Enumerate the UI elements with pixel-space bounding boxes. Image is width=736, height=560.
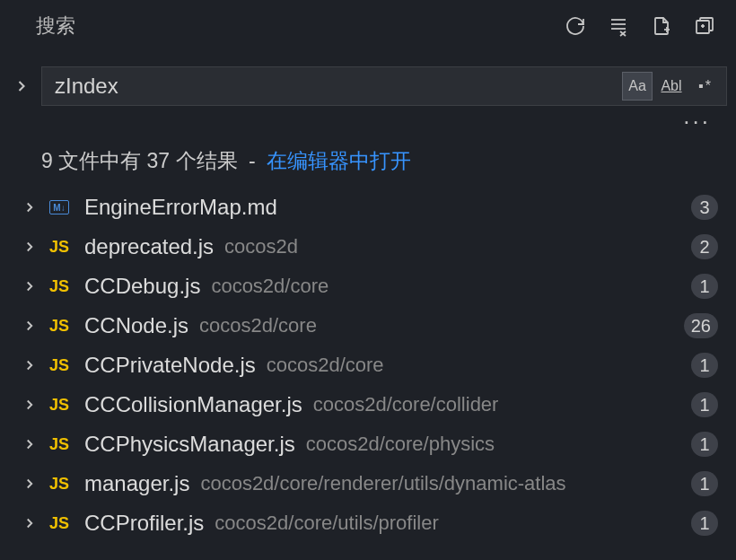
result-row[interactable]: JSCCProfiler.jscocos2d/core/utils/profil… xyxy=(0,503,736,543)
match-count-badge: 2 xyxy=(691,234,718,259)
chevron-right-icon xyxy=(22,357,39,373)
md-file-icon: M↓ xyxy=(43,200,75,214)
chevron-right-icon xyxy=(22,199,39,215)
summary-dash: - xyxy=(249,149,256,172)
search-row: Aa Abl ▪* xyxy=(0,52,736,111)
open-editors-icon[interactable] xyxy=(691,13,718,39)
search-options: Aa Abl ▪* xyxy=(622,72,721,101)
chevron-right-icon xyxy=(22,278,39,294)
chevron-right-icon xyxy=(22,515,39,531)
result-row[interactable]: JSCCDebug.jscocos2d/core1 xyxy=(0,267,736,306)
js-file-icon: JS xyxy=(43,317,75,336)
js-file-icon: JS xyxy=(43,396,75,415)
match-count-badge: 1 xyxy=(691,274,718,299)
search-input[interactable] xyxy=(55,74,622,99)
results-summary: 9 文件中有 37 个结果 - 在编辑器中打开 xyxy=(0,131,736,188)
match-count-badge: 1 xyxy=(691,353,718,378)
result-row[interactable]: JSCCNode.jscocos2d/core26 xyxy=(0,306,736,346)
panel-title: 搜索 xyxy=(36,13,75,39)
js-file-icon: JS xyxy=(43,435,75,454)
js-file-icon: JS xyxy=(43,475,75,494)
clear-search-icon[interactable] xyxy=(605,13,632,39)
results-count-text: 9 文件中有 37 个结果 xyxy=(41,149,238,172)
file-path: cocos2d/core/renderer/utils/dynamic-atla… xyxy=(200,472,565,495)
file-name: CCCollisionManager.js xyxy=(84,392,302,417)
match-count-badge: 1 xyxy=(691,432,718,457)
result-row[interactable]: JSCCPrivateNode.jscocos2d/core1 xyxy=(0,346,736,385)
header-actions xyxy=(562,13,718,39)
chevron-right-icon xyxy=(22,476,39,492)
file-name: CCDebug.js xyxy=(84,274,200,299)
match-count-badge: 26 xyxy=(684,313,718,338)
refresh-icon[interactable] xyxy=(562,13,589,39)
result-row[interactable]: JSdeprecated.jscocos2d2 xyxy=(0,227,736,267)
file-path: cocos2d xyxy=(224,235,298,258)
file-name: CCProfiler.js xyxy=(84,511,204,536)
search-input-wrap: Aa Abl ▪* xyxy=(41,66,727,106)
file-name: CCPrivateNode.js xyxy=(84,353,256,378)
match-case-toggle[interactable]: Aa xyxy=(622,72,653,101)
file-name: CCNode.js xyxy=(84,313,188,338)
file-name: deprecated.js xyxy=(84,234,214,259)
js-file-icon: JS xyxy=(43,356,75,375)
file-path: cocos2d/core xyxy=(199,314,317,337)
file-name: EngineErrorMap.md xyxy=(84,195,277,220)
results-list: M↓EngineErrorMap.md3JSdeprecated.jscocos… xyxy=(0,188,736,550)
result-row[interactable]: M↓EngineErrorMap.md3 xyxy=(0,188,736,227)
whole-word-toggle[interactable]: Abl xyxy=(656,72,687,101)
file-path: cocos2d/core xyxy=(211,275,329,298)
toggle-replace-icon[interactable] xyxy=(9,66,34,106)
chevron-right-icon xyxy=(22,318,39,334)
new-file-icon[interactable] xyxy=(648,13,675,39)
file-path: cocos2d/core/collider xyxy=(313,393,499,416)
file-path: cocos2d/core/utils/profiler xyxy=(215,512,438,535)
match-count-badge: 3 xyxy=(691,195,718,220)
file-path: cocos2d/core/physics xyxy=(306,433,495,456)
chevron-right-icon xyxy=(22,436,39,452)
js-file-icon: JS xyxy=(43,238,75,257)
match-count-badge: 1 xyxy=(691,471,718,496)
ellipsis-icon[interactable]: ··· xyxy=(683,117,711,131)
panel-header: 搜索 xyxy=(0,0,736,52)
js-file-icon: JS xyxy=(43,277,75,296)
chevron-right-icon xyxy=(22,397,39,413)
file-name: CCPhysicsManager.js xyxy=(84,432,295,457)
file-name: manager.js xyxy=(84,471,189,496)
js-file-icon: JS xyxy=(43,514,75,533)
match-count-badge: 1 xyxy=(691,392,718,417)
result-row[interactable]: JSmanager.jscocos2d/core/renderer/utils/… xyxy=(0,464,736,503)
regex-toggle[interactable]: ▪* xyxy=(690,72,721,101)
more-options-row: ··· xyxy=(0,111,736,131)
result-row[interactable]: JSCCPhysicsManager.jscocos2d/core/physic… xyxy=(0,424,736,464)
file-path: cocos2d/core xyxy=(267,354,384,377)
result-row[interactable]: JSCCCollisionManager.jscocos2d/core/coll… xyxy=(0,385,736,424)
match-count-badge: 1 xyxy=(691,511,718,536)
open-in-editor-link[interactable]: 在编辑器中打开 xyxy=(267,149,411,172)
chevron-right-icon xyxy=(22,239,39,255)
